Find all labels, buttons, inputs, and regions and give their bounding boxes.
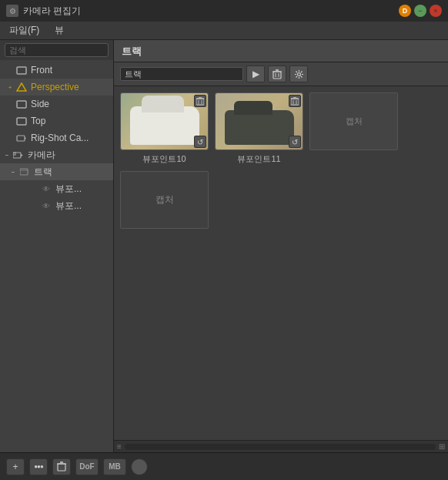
svg-rect-0 — [17, 67, 26, 74]
bottom-bar: + ●●● DoF MB — [0, 452, 448, 480]
app-icon: ⚙ — [6, 5, 18, 17]
svg-rect-2 — [17, 101, 26, 108]
mb-button[interactable]: MB — [103, 458, 126, 475]
track-toolbar: ▶ — [114, 62, 448, 86]
capture2-label: 캡처 — [155, 193, 174, 206]
sidebar-label-track: 트랙 — [34, 166, 52, 179]
sidebar-item-view2[interactable]: 👁 뷰포... — [0, 197, 113, 214]
thumb-item-vp10: ↺ 뷰포인트10 — [120, 92, 209, 165]
expand-icon-top — [6, 117, 14, 125]
sidebar-label-perspective: Perspective — [31, 82, 79, 92]
sidebar-item-camera-folder[interactable]: − 카메라 — [0, 146, 113, 163]
thumb-wrapper-vp10: ↺ — [120, 92, 209, 150]
sidebar-label-rigshot: Rig-Shot Ca... — [31, 133, 89, 143]
titlebar-title: 카메라 편집기 — [23, 5, 399, 18]
sidebar-item-perspective[interactable]: + Perspective — [0, 79, 113, 96]
svg-rect-8 — [13, 153, 15, 155]
track-icon — [18, 166, 31, 178]
sidebar-item-view1[interactable]: 👁 뷰포... — [0, 180, 113, 197]
top-icon — [15, 115, 28, 127]
svg-rect-17 — [196, 99, 204, 105]
sidebar-label-view1: 뷰포... — [55, 183, 82, 196]
track-play-button[interactable]: ▶ — [246, 65, 265, 82]
svg-rect-9 — [20, 169, 28, 175]
sidebar-item-top[interactable]: Top — [0, 112, 113, 129]
svg-rect-11 — [273, 72, 281, 79]
titlebar-d-button[interactable]: D — [399, 5, 411, 17]
thumb-delete-vp10[interactable] — [194, 95, 206, 107]
menu-view[interactable]: 뷰 — [52, 22, 67, 39]
thumb-delete-vp11[interactable] — [289, 95, 301, 107]
thumb-refresh-vp10[interactable]: ↺ — [194, 136, 206, 148]
expand-icon-track: − — [9, 168, 17, 176]
expand-icon-rig — [6, 134, 14, 142]
thumbnail-row-2: 캡처 — [120, 171, 442, 229]
sidebar-label-front: Front — [31, 65, 52, 76]
thumb-item-capture1: 캡처 - — [309, 92, 398, 163]
titlebar-min-button[interactable]: − — [414, 5, 426, 17]
panel-title: 트랙 — [122, 45, 142, 57]
search-input[interactable] — [5, 43, 109, 57]
scroll-left-icon[interactable]: ≡ — [117, 442, 122, 451]
dots-button[interactable]: ●●● — [29, 458, 48, 475]
thumb-item-vp11: ↺ 뷰포인트11 — [215, 92, 303, 165]
capture1-label: 캡처 — [346, 116, 363, 127]
titlebar: ⚙ 카메라 편집기 D − × — [0, 0, 448, 22]
side-icon — [15, 98, 28, 110]
sidebar-item-front[interactable]: Front — [0, 62, 113, 79]
titlebar-controls: D − × — [399, 5, 442, 17]
svg-rect-27 — [58, 464, 65, 471]
search-box — [0, 40, 113, 60]
expand-icon-perspective: + — [6, 83, 14, 91]
expand-icon-camera: − — [3, 151, 11, 159]
circle-button[interactable] — [131, 458, 148, 475]
thumb-wrapper-vp11: ↺ — [215, 92, 303, 150]
panel-header: 트랙 — [114, 40, 448, 62]
eye-icon-2: 👁 — [40, 200, 52, 212]
svg-marker-1 — [17, 83, 26, 91]
right-panel: 트랙 ▶ — [114, 40, 448, 452]
sidebar: Front + Perspective — [0, 40, 114, 452]
sidebar-item-side[interactable]: Side — [0, 96, 113, 112]
svg-point-16 — [297, 72, 300, 76]
car-white-vp10 — [130, 106, 199, 145]
camera-folder-icon — [12, 149, 25, 161]
main-layout: Front + Perspective — [0, 40, 448, 452]
menu-file[interactable]: 파일(F) — [6, 22, 42, 39]
svg-rect-4 — [17, 136, 25, 141]
thumb-label-vp11: 뷰포인트11 — [237, 153, 280, 165]
add-button[interactable]: + — [6, 458, 25, 475]
svg-rect-3 — [17, 118, 26, 125]
sidebar-item-track[interactable]: − 트랙 — [0, 163, 113, 180]
sidebar-label-side: Side — [31, 99, 49, 109]
expand-icon-front — [6, 66, 14, 74]
track-delete-button[interactable] — [268, 65, 286, 82]
scrollbar-area: ≡ ⊞ — [114, 440, 448, 452]
menubar: 파일(F) 뷰 — [0, 22, 448, 40]
thumb-label-capture1: - — [353, 153, 356, 163]
svg-rect-22 — [291, 99, 299, 105]
sidebar-label-camera: 카메라 — [28, 149, 55, 162]
rig-icon — [15, 132, 28, 144]
track-settings-button[interactable] — [289, 65, 308, 82]
front-icon — [15, 64, 28, 76]
dof-button[interactable]: DoF — [75, 458, 99, 475]
sidebar-item-rigshot[interactable]: Rig-Shot Ca... — [0, 129, 113, 146]
svg-marker-5 — [25, 137, 26, 139]
car-dark-vp11 — [225, 110, 294, 145]
track-name-input[interactable] — [120, 67, 243, 81]
thumb-refresh-vp11[interactable]: ↺ — [289, 136, 301, 148]
expand-icon-side — [6, 100, 14, 108]
svg-marker-7 — [21, 154, 23, 156]
sidebar-label-view2: 뷰포... — [55, 200, 82, 213]
titlebar-close-button[interactable]: × — [430, 5, 442, 17]
scrollbar-track[interactable] — [125, 444, 436, 450]
tree-container: Front + Perspective — [0, 60, 113, 452]
perspective-icon — [15, 81, 28, 93]
thumb-empty-capture1: 캡처 — [309, 92, 398, 150]
delete-bottom-button[interactable] — [52, 458, 71, 475]
sidebar-label-top: Top — [31, 116, 45, 126]
eye-icon-1: 👁 — [40, 183, 52, 195]
thumbnail-row-1: ↺ 뷰포인트10 — [120, 92, 442, 165]
thumb-item-capture2: 캡처 — [120, 171, 209, 229]
